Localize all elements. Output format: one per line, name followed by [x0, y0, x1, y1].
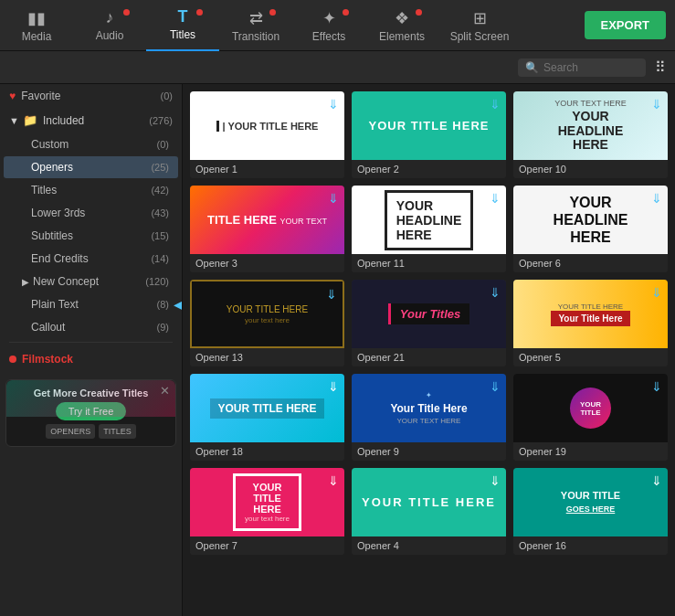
thumb-opener-21-text: Your Titles [388, 303, 469, 324]
end-credits-count: (14) [151, 253, 169, 264]
nav-item-effects[interactable]: ✦ Effects [292, 0, 365, 51]
sidebar-section-included[interactable]: ▼ 📁 Included (276) [0, 108, 182, 133]
item-label-opener-3: Opener 3 [190, 254, 344, 272]
thumb-opener-7-text: YOURTITLEHERE [245, 482, 290, 515]
grid-item-opener-6[interactable]: YOURHEADLINEHERE ⇓ Opener 6 [513, 186, 668, 272]
thumb-opener-1-text: | YOUR TITLE HERE [216, 121, 319, 132]
download-icon: ⇓ [651, 473, 662, 488]
download-icon: ⇓ [490, 285, 501, 300]
grid-item-opener-2[interactable]: YOUR TITLE HERE ⇓ Opener 2 [352, 91, 506, 178]
download-icon: ⇓ [490, 473, 501, 488]
sidebar-item-callout[interactable]: Callout (9) [4, 316, 178, 338]
grid-item-opener-3[interactable]: TITLE HERE YOUR TEXT ⇓ Opener 3 [190, 186, 344, 272]
nav-item-titles-label: Titles [170, 28, 195, 41]
thumb-opener-9: ✦ Your Title Here YOUR TEXT HERE ⇓ [352, 374, 506, 442]
plain-text-label: Plain Text [31, 298, 79, 311]
subtitles-label: Subtitles [31, 229, 73, 242]
thumb-opener-19: YOURTITLE ⇓ [513, 374, 668, 442]
nav-item-transition[interactable]: ⇄ Transition [219, 0, 292, 51]
subtitles-count: (15) [151, 230, 169, 241]
nav-item-media-label: Media [22, 30, 52, 43]
download-icon: ⇓ [651, 285, 662, 300]
transition-icon: ⇄ [249, 8, 263, 28]
thumb-opener-10: YOUR TEXT HERE YOURHEADLINEHERE ⇓ [513, 91, 668, 160]
nav-item-audio[interactable]: ♪ Audio [73, 0, 146, 51]
thumb-opener-10-sub: YOUR TEXT HERE [554, 99, 627, 108]
sidebar-item-lower-3rds[interactable]: Lower 3rds (43) [4, 202, 178, 224]
grid-item-opener-19[interactable]: YOURTITLE ⇓ Opener 19 [513, 374, 668, 461]
thumb-opener-3-text: TITLE HERE YOUR TEXT [207, 213, 327, 227]
sidebar-item-end-credits[interactable]: End Credits (14) [4, 248, 178, 270]
thumb-opener-7-box: YOURTITLEHERE your text here [233, 473, 301, 531]
favorite-count: (0) [161, 90, 173, 101]
download-icon: ⇓ [651, 97, 662, 112]
sidebar-item-filmstock[interactable]: Filmstock [0, 346, 182, 372]
promo-strip-openers: OPENERS [46, 424, 95, 439]
download-icon: ⇓ [490, 379, 501, 394]
custom-label: Custom [31, 138, 69, 151]
nav-item-audio-label: Audio [96, 29, 124, 42]
close-promo-button[interactable]: ✕ [160, 384, 170, 398]
sidebar-item-custom[interactable]: Custom (0) [4, 133, 178, 155]
sidebar-item-titles[interactable]: Titles (42) [4, 179, 178, 201]
thumb-opener-13-sub: your text here [245, 316, 290, 324]
lower-3rds-label: Lower 3rds [31, 207, 85, 219]
export-button[interactable]: EXPORT [585, 11, 666, 39]
grid-item-opener-1[interactable]: | YOUR TITLE HERE ⇓ Opener 1 [190, 91, 344, 178]
item-label-opener-19: Opener 19 [513, 442, 668, 461]
thumb-opener-5: YOUR TITLE HERE Your Title Here ⇓ [513, 280, 668, 348]
item-label-opener-2: Opener 2 [352, 160, 506, 178]
folder-icon: 📁 [23, 113, 37, 127]
item-label-opener-9: Opener 9 [352, 442, 506, 461]
search-input[interactable] [543, 61, 638, 74]
grid-item-opener-13[interactable]: YOUR TITLE HERE your text here ⇓ Opener … [190, 280, 344, 366]
sidebar-item-new-concept[interactable]: ▶ New Concept (120) [4, 271, 178, 292]
lower-3rds-count: (43) [151, 207, 169, 218]
nav-item-elements[interactable]: ❖ Elements [365, 0, 438, 51]
grid-item-opener-18[interactable]: YOUR TITLE HERE ⇓ Opener 18 [190, 374, 344, 461]
grid-item-opener-16[interactable]: YOUR TITLEGOES HERE ⇓ Opener 16 [513, 468, 668, 555]
elements-dot [416, 9, 422, 16]
callout-count: (9) [157, 322, 169, 333]
thumb-opener-3: TITLE HERE YOUR TEXT ⇓ [190, 186, 344, 254]
thumb-opener-9-sub: ✦ [426, 391, 432, 399]
callout-label: Callout [31, 321, 65, 334]
item-label-opener-13: Opener 13 [190, 348, 344, 366]
grid-item-opener-9[interactable]: ✦ Your Title Here YOUR TEXT HERE ⇓ Opene… [352, 374, 506, 461]
grid-item-opener-21[interactable]: Your Titles ⇓ Opener 21 [352, 280, 506, 366]
titles-icon: T [178, 7, 188, 27]
thumb-opener-7: YOURTITLEHERE your text here ⇓ [190, 468, 344, 536]
grid-item-opener-10[interactable]: YOUR TEXT HERE YOURHEADLINEHERE ⇓ Opener… [513, 91, 668, 178]
filmstock-dot [9, 356, 16, 363]
thumb-opener-6-text: YOURHEADLINEHERE [554, 194, 628, 247]
sidebar-divider [9, 342, 173, 343]
arrow-down-icon: ▼ [9, 115, 19, 126]
grid-item-opener-5[interactable]: YOUR TITLE HERE Your Title Here ⇓ Opener… [513, 280, 668, 366]
promo-bg [6, 380, 175, 417]
download-icon: ⇓ [328, 97, 339, 112]
thumb-opener-6: YOURHEADLINEHERE ⇓ [513, 186, 668, 254]
thumb-opener-4: YOUR TITLE HERE ⇓ [352, 468, 506, 536]
sidebar-item-openers[interactable]: Openers (25) [4, 156, 178, 178]
item-label-opener-5: Opener 5 [513, 348, 668, 366]
plain-text-arrow-icon: ◀ [174, 297, 183, 312]
sidebar-item-subtitles[interactable]: Subtitles (15) [4, 225, 178, 247]
thumb-opener-18-text: YOUR TITLE HERE [210, 398, 323, 419]
sidebar-item-favorite[interactable]: ♥ Favorite (0) [0, 84, 182, 108]
thumb-opener-11-text: YOURHEADLINEHERE [396, 198, 462, 242]
nav-item-split-screen[interactable]: ⊞ Split Screen [438, 0, 521, 51]
thumb-opener-1: | YOUR TITLE HERE ⇓ [190, 91, 344, 160]
item-label-opener-16: Opener 16 [513, 536, 668, 555]
grid-view-icon[interactable]: ⠿ [655, 58, 666, 76]
nav-item-titles[interactable]: T Titles [146, 0, 219, 51]
grid-item-opener-4[interactable]: YOUR TITLE HERE ⇓ Opener 4 [352, 468, 506, 555]
download-icon: ⇓ [490, 97, 501, 112]
grid-item-opener-11[interactable]: YOURHEADLINEHERE ⇓ Opener 11 [352, 186, 506, 272]
promo-banner: ✕ Get More Creative Titles Try it Free O… [5, 379, 176, 447]
sidebar-item-plain-text[interactable]: Plain Text (8) ◀ [4, 293, 178, 315]
nav-item-media[interactable]: ▮▮ Media [0, 0, 73, 51]
grid-item-opener-7[interactable]: YOURTITLEHERE your text here ⇓ Opener 7 [190, 468, 344, 555]
end-credits-label: End Credits [31, 252, 89, 265]
openers-label: Openers [31, 161, 73, 174]
thumb-opener-5-text: Your Title Here [551, 311, 629, 326]
